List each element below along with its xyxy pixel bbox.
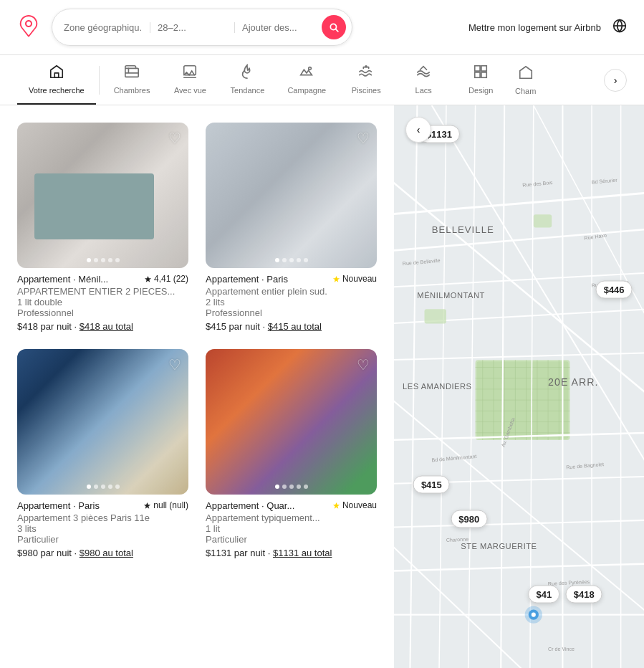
cat-item-avec-vue[interactable]: Avec vue	[161, 55, 218, 105]
listing-info: Appartement · Paris null (null) Appartem…	[17, 500, 188, 558]
dot-indicator	[101, 258, 105, 262]
cat-item-campagne[interactable]: Campagne	[276, 55, 337, 105]
guests-search-input[interactable]	[234, 22, 319, 33]
price-total-link[interactable]: $1131 au total	[273, 548, 332, 558]
dot-indicator	[87, 485, 91, 489]
listing-price: $980 par nuit · $980 au total	[17, 548, 188, 558]
svg-marker-16	[144, 502, 150, 509]
listing-image-wrap: ♡	[17, 349, 188, 495]
map-back-button[interactable]: ‹	[405, 117, 431, 143]
price-per-night: $415 par nuit	[206, 321, 260, 332]
svg-rect-11	[481, 66, 486, 71]
price-pin-pin-980[interactable]: $980	[451, 510, 487, 528]
price-pin-pin-41[interactable]: $41	[529, 585, 560, 603]
price-total-link[interactable]: $418 au total	[80, 321, 133, 332]
listing-card-listing-3[interactable]: ♡ Appartement · Paris null (null) Appart…	[17, 349, 188, 558]
price-pin-pin-446[interactable]: $446	[596, 280, 633, 298]
search-button[interactable]	[322, 15, 346, 39]
wishlist-button[interactable]: ♡	[168, 356, 181, 373]
geo-search-input[interactable]	[64, 22, 150, 33]
listing-title-row: Appartement · Paris Nouveau	[206, 274, 377, 285]
listing-price: $1131 par nuit · $1131 au total	[206, 548, 377, 558]
new-badge: Nouveau	[332, 274, 377, 284]
dot-indicator	[115, 258, 120, 262]
cat-item-votre-recherche[interactable]: Votre recherche	[17, 55, 96, 105]
wishlist-button[interactable]: ♡	[357, 130, 370, 147]
listing-image-wrap: ♡	[17, 123, 188, 268]
cat-item-cham-partial[interactable]: Cham	[509, 56, 542, 104]
listing-rating: 4,41 (22)	[144, 274, 188, 284]
price-pin-pin-415[interactable]: $415	[413, 476, 450, 494]
listing-info: Appartement · Ménil... 4,41 (22) APPARTE…	[17, 274, 188, 332]
listing-price: $418 par nuit · $418 au total	[17, 321, 188, 332]
dot-indicator	[87, 258, 91, 262]
airbnb-logo[interactable]	[17, 14, 40, 40]
listing-image	[17, 123, 188, 268]
host-link[interactable]: Mettre mon logement sur Airbnb	[468, 22, 601, 33]
cat-item-piscines[interactable]: Piscines	[337, 55, 395, 105]
svg-line-1	[336, 29, 338, 32]
price-total-link[interactable]: $415 au total	[268, 321, 322, 332]
campagne-icon	[299, 64, 314, 83]
cat-item-lacs[interactable]: Lacs	[395, 55, 452, 105]
dot-indicator	[304, 258, 308, 262]
dot-indicator	[275, 258, 279, 262]
listing-beds: 3 lits	[17, 523, 188, 534]
cat-item-design[interactable]: Design	[452, 55, 509, 105]
svg-point-8	[309, 67, 312, 70]
price-per-night: $980 par nuit	[17, 548, 72, 558]
listing-host: Professionnel	[17, 307, 188, 318]
design-icon	[473, 64, 489, 83]
pool-icon	[358, 64, 374, 83]
map-panel: ‹	[394, 105, 644, 668]
listing-image-wrap: ♡	[206, 349, 377, 495]
wishlist-button[interactable]: ♡	[357, 356, 370, 373]
listing-info: Appartement · Quar... Nouveau Appartemen…	[206, 500, 377, 558]
dot-indicator	[275, 485, 279, 489]
cat-divider	[99, 66, 100, 95]
svg-marker-14	[145, 276, 151, 282]
cat-label-design: Design	[468, 86, 493, 95]
svg-marker-15	[333, 276, 340, 282]
svg-rect-10	[475, 66, 480, 71]
cat-item-tendance[interactable]: Tendance	[218, 55, 276, 105]
listing-rating: null (null)	[143, 500, 188, 510]
price-total-link[interactable]: $980 au total	[80, 548, 133, 558]
listing-beds: 1 lit	[206, 523, 377, 534]
search-bar	[52, 9, 352, 46]
listing-title-row: Appartement · Ménil... 4,41 (22)	[17, 274, 188, 285]
wishlist-button[interactable]: ♡	[168, 130, 181, 147]
cat-label-cham: Cham	[515, 87, 536, 95]
listing-desc: Appartement entier plein sud.	[206, 286, 377, 297]
listing-card-listing-1[interactable]: ♡ Appartement · Ménil... 4,41 (22) APPAR…	[17, 123, 188, 332]
listing-beds: 2 lits	[206, 297, 377, 307]
dot-indicators	[275, 485, 308, 489]
price-pin-pin-418[interactable]: $418	[566, 585, 602, 603]
cat-item-chambres[interactable]: Chambres	[102, 55, 162, 105]
listing-image	[17, 349, 188, 495]
price-per-night: $1131 par nuit	[206, 548, 265, 558]
dot-indicator	[297, 258, 301, 262]
date-search-input[interactable]	[150, 22, 234, 33]
new-badge: Nouveau	[332, 500, 377, 510]
listing-host: Professionnel	[206, 307, 377, 318]
cat-label-avec-vue: Avec vue	[174, 86, 206, 95]
cat-label-chambres: Chambres	[114, 86, 150, 95]
nav-arrow-right[interactable]: ›	[604, 69, 627, 92]
globe-icon[interactable]	[612, 19, 627, 36]
dot-indicator	[94, 258, 98, 262]
svg-rect-12	[475, 72, 480, 77]
listing-desc: APPARTEMENT ENTIER 2 PIECES...	[17, 286, 188, 297]
price-per-night: $418 par nuit	[17, 321, 72, 332]
listings-grid: ♡ Appartement · Ménil... 4,41 (22) APPAR…	[17, 123, 377, 558]
listing-desc: Appartement typiquement...	[206, 512, 377, 523]
listing-card-listing-2[interactable]: ♡ Appartement · Paris Nouveau Appartemen…	[206, 123, 377, 332]
svg-rect-13	[481, 72, 486, 77]
dot-indicator	[282, 258, 287, 262]
dot-indicator	[282, 485, 287, 489]
dot-indicators	[87, 258, 120, 262]
listing-card-listing-4[interactable]: ♡ Appartement · Quar... Nouveau Appartem…	[206, 349, 377, 558]
dot-indicator	[101, 485, 105, 489]
listing-image-wrap: ♡	[206, 123, 377, 268]
dot-indicator	[108, 258, 112, 262]
